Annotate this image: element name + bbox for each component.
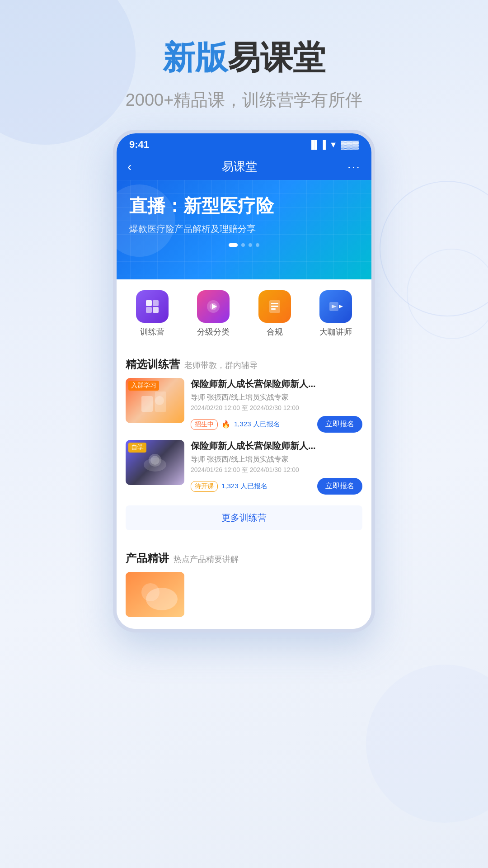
- status-tag-1: 招生中: [191, 419, 218, 430]
- banner-title: 直播：新型医疗险: [129, 193, 359, 218]
- thumb-bg-warm: 入群学习: [126, 378, 184, 423]
- banner[interactable]: 直播：新型医疗险 爆款医疗险产品解析及理赔分享: [117, 180, 371, 279]
- course-date-2: 2024/01/26 12:00 至 2024/01/30 12:00: [191, 466, 362, 474]
- more-menu-button[interactable]: ···: [347, 160, 361, 174]
- banner-dot-1[interactable]: [229, 243, 238, 247]
- course-card-1: 入群学习 保险师新人成长营保险师新人... 导师 张振西/线上增员实战专家 20…: [126, 378, 362, 433]
- banner-dot-4[interactable]: [256, 243, 259, 247]
- nav-bar: ‹ 易课堂 ···: [117, 154, 371, 180]
- signal-icon: ▐▌▐: [309, 140, 326, 150]
- course-footer-1: 招生中 🔥 1,323 人已报名 立即报名: [191, 416, 362, 433]
- product-thumb: [126, 572, 184, 617]
- course-thumb-1: 入群学习: [126, 378, 184, 423]
- back-button[interactable]: ‹: [127, 160, 131, 174]
- svg-point-22: [141, 583, 160, 601]
- training-camp-label: 训练营: [140, 326, 164, 337]
- banner-dot-2[interactable]: [241, 243, 245, 247]
- category-compliance[interactable]: 合规: [246, 290, 303, 337]
- title-rest: 易课堂: [228, 39, 325, 75]
- product-section-header: 产品精讲 热点产品精要讲解: [126, 551, 362, 566]
- training-camp-icon: [136, 290, 169, 323]
- compliance-icon: [258, 290, 291, 323]
- svg-marker-12: [339, 305, 343, 308]
- category-training-camp[interactable]: 训练营: [124, 290, 181, 337]
- grade-icon: [197, 290, 230, 323]
- grade-label: 分级分类: [197, 326, 230, 337]
- course-card-2: 自学 保险师新人成长营保险师新人... 导师 张振西/线上增员实战专家 2024…: [126, 440, 362, 495]
- course-info-1: 保险师新人成长营保险师新人... 导师 张振西/线上增员实战专家 2024/02…: [191, 378, 362, 433]
- course-teacher-2: 导师 张振西/线上增员实战专家: [191, 455, 362, 464]
- product-section-subtitle: 热点产品精要讲解: [174, 554, 239, 565]
- svg-rect-9: [271, 306, 278, 307]
- page-title: 新版易课堂: [0, 36, 488, 80]
- svg-rect-0: [146, 300, 152, 306]
- count-text-2: 1,323 人已报名: [221, 482, 267, 491]
- category-grid: 训练营 分级分类: [117, 279, 371, 344]
- phone-mockup: 9:41 ▐▌▐ ▼ ▓▓▓ ‹ 易课堂 ··· 直播：新型医疗险 爆款医疗险产…: [113, 130, 375, 632]
- status-bar: 9:41 ▐▌▐ ▼ ▓▓▓: [117, 133, 371, 154]
- course-thumb-2: 自学: [126, 440, 184, 485]
- svg-point-16: [155, 396, 164, 405]
- product-section-title: 产品精讲: [126, 551, 169, 566]
- training-section: 精选训练营 老师带教，群内辅导 入群学习 保险师新人成长: [117, 349, 371, 538]
- course-info-2: 保险师新人成长营保险师新人... 导师 张振西/线上增员实战专家 2024/01…: [191, 440, 362, 495]
- page-header: 新版易课堂 2000+精品课，训练营学有所伴: [0, 0, 488, 130]
- thumb-bg-cool: 自学: [126, 440, 184, 485]
- svg-rect-2: [153, 300, 159, 306]
- more-training-button[interactable]: 更多训练营: [126, 505, 362, 530]
- category-expert[interactable]: 大咖讲师: [308, 290, 365, 337]
- course-name-1: 保险师新人成长营保险师新人...: [191, 378, 362, 390]
- banner-dots: [129, 243, 359, 247]
- count-text-1: 1,323 人已报名: [234, 420, 280, 429]
- svg-rect-10: [271, 308, 276, 310]
- svg-rect-1: [146, 307, 152, 313]
- course-tags-1: 招生中 🔥 1,323 人已报名: [191, 419, 280, 430]
- status-tag-2: 待开课: [191, 481, 218, 492]
- expert-icon: [319, 290, 352, 323]
- category-grade[interactable]: 分级分类: [185, 290, 242, 337]
- status-time: 9:41: [129, 139, 149, 151]
- compliance-label: 合规: [267, 326, 283, 337]
- course-date-1: 2024/02/20 12:00 至 2024/02/30 12:00: [191, 404, 362, 412]
- title-highlight: 新版: [163, 39, 228, 75]
- course-name-2: 保险师新人成长营保险师新人...: [191, 440, 362, 452]
- bg-decoration-4: [366, 665, 488, 823]
- svg-rect-19: [150, 456, 160, 465]
- phone-wrapper: 9:41 ▐▌▐ ▼ ▓▓▓ ‹ 易课堂 ··· 直播：新型医疗险 爆款医疗险产…: [0, 130, 488, 632]
- banner-dot-3[interactable]: [249, 243, 252, 247]
- training-section-subtitle: 老师带教，群内辅导: [184, 360, 258, 371]
- product-section: 产品精讲 热点产品精要讲解: [117, 543, 371, 629]
- training-section-title: 精选训练营: [126, 357, 180, 372]
- product-card-partial: [126, 572, 362, 617]
- course-footer-2: 待开课 1,323 人已报名 立即报名: [191, 478, 362, 495]
- status-icons: ▐▌▐ ▼ ▓▓▓: [309, 140, 359, 150]
- battery-icon: ▓▓▓: [341, 140, 359, 150]
- fire-icon-1: 🔥: [221, 420, 230, 429]
- page-subtitle: 2000+精品课，训练营学有所伴: [0, 89, 488, 112]
- nav-title: 易课堂: [222, 159, 257, 175]
- svg-rect-3: [153, 307, 159, 313]
- course-tags-2: 待开课 1,323 人已报名: [191, 481, 267, 492]
- training-section-header: 精选训练营 老师带教，群内辅导: [126, 357, 362, 372]
- svg-rect-14: [141, 396, 153, 412]
- register-button-1[interactable]: 立即报名: [317, 416, 362, 433]
- banner-subtitle: 爆款医疗险产品解析及理赔分享: [129, 223, 359, 235]
- register-button-2[interactable]: 立即报名: [317, 478, 362, 495]
- course-teacher-1: 导师 张振西/线上增员实战专家: [191, 393, 362, 402]
- wifi-icon: ▼: [329, 140, 338, 150]
- svg-rect-8: [271, 303, 278, 304]
- expert-label: 大咖讲师: [319, 326, 352, 337]
